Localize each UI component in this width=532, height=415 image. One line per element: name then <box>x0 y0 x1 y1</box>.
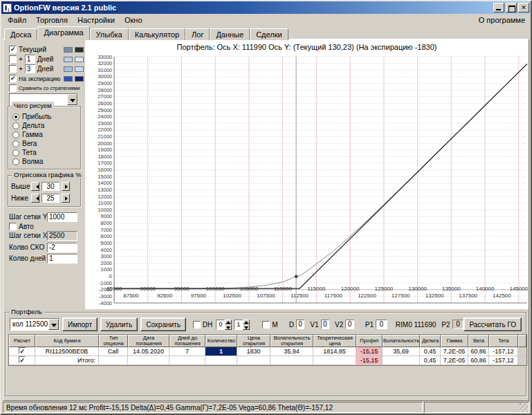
current-row: Текущий <box>9 45 84 54</box>
spin-up-icon[interactable] <box>243 320 250 325</box>
decrement-icon[interactable] <box>31 182 39 191</box>
radio-option[interactable]: Прибыль <box>8 112 80 121</box>
close-button[interactable] <box>518 3 529 12</box>
plus1-days-field[interactable]: 1 <box>25 55 35 64</box>
table-total-row[interactable]: Итого:-15,150,457,2E-0560,86-157,12 <box>9 356 526 365</box>
delete-button[interactable]: Удалить <box>100 317 138 331</box>
column-header[interactable]: Тета <box>489 335 518 347</box>
column-header[interactable]: Расчет <box>9 335 35 347</box>
column-header[interactable]: Код бумаги <box>35 335 99 347</box>
row-checkbox[interactable] <box>19 356 26 363</box>
v2-field[interactable]: 0 <box>345 320 354 329</box>
column-header[interactable]: Вега <box>468 335 489 347</box>
spin-up-icon[interactable] <box>225 320 232 325</box>
column-header[interactable]: Дельта <box>420 335 441 347</box>
days-field[interactable]: 1 <box>47 254 77 264</box>
dh-spinner-1[interactable]: 0 <box>216 320 232 330</box>
instrument-combo[interactable]: кол 112500 <box>10 318 59 331</box>
resize-grip[interactable] <box>520 403 529 412</box>
table-cell[interactable] <box>9 347 35 356</box>
column-header[interactable]: Профит <box>356 335 383 347</box>
plus3-days-field[interactable]: 3 <box>25 64 35 73</box>
grid-y-field[interactable]: 1000 <box>47 212 77 222</box>
column-header[interactable]: Волатильность <box>383 335 420 347</box>
menu-item[interactable]: Окно <box>120 15 147 26</box>
spin-down-icon[interactable] <box>243 324 250 330</box>
tab[interactable]: Данные <box>210 28 250 40</box>
about-link[interactable]: О программе <box>475 15 529 26</box>
m-checkbox[interactable] <box>262 321 270 329</box>
table-cell[interactable] <box>9 356 35 365</box>
compare-checkbox[interactable] <box>9 84 17 92</box>
column-header[interactable]: Теоретическая цена <box>313 335 356 347</box>
expiration-checkbox[interactable] <box>9 75 17 82</box>
auto-label: Авто <box>19 223 34 230</box>
v1-field[interactable]: 0 <box>321 320 329 329</box>
tab[interactable]: Улыбка <box>90 28 129 40</box>
sko-field[interactable]: -2 <box>47 243 77 252</box>
rim-label: RIM0 111690 <box>396 321 437 329</box>
table-cell: 1830 <box>237 347 270 356</box>
column-header[interactable]: Цена открытия <box>237 335 270 347</box>
column-header[interactable]: Дата погашения <box>128 335 169 347</box>
maximize-button[interactable] <box>506 3 517 12</box>
calc-go-button[interactable]: Рассчитать ГО <box>464 317 522 331</box>
svg-text:135000: 135000 <box>442 286 461 292</box>
save-button[interactable]: Сохранить <box>140 317 186 331</box>
tab[interactable]: Доска <box>4 28 37 40</box>
minimize-button[interactable] <box>493 3 504 12</box>
v2-label: V2 <box>335 321 343 329</box>
radio-icon <box>12 158 19 165</box>
menu-item[interactable]: Файл <box>3 15 31 26</box>
above-value-field[interactable]: 30 <box>42 182 59 191</box>
chart-canvas[interactable]: -4000-3000-2000-100001000200030004000500… <box>86 51 529 307</box>
table-scrollbar-column[interactable] <box>518 335 526 347</box>
menu-items: ФайлТорговляНастройкиОкно <box>3 15 147 26</box>
menu-item[interactable]: Настройки <box>73 15 120 26</box>
current-line <box>114 64 527 288</box>
title-bar[interactable]: OptionFW версия 2.1 public <box>1 1 531 14</box>
m-label: М <box>272 321 277 329</box>
column-header[interactable]: Гамма <box>441 335 468 347</box>
row-checkbox[interactable] <box>19 347 26 354</box>
chevron-down-icon[interactable] <box>48 319 59 330</box>
import-button[interactable]: Импорт <box>62 317 98 331</box>
dh-checkbox[interactable] <box>193 321 201 329</box>
radio-option[interactable]: Дельта <box>8 121 80 130</box>
tab[interactable]: Сделки <box>250 28 288 40</box>
menu-item[interactable]: Торговля <box>31 15 73 26</box>
grid-x-field[interactable]: 2500 <box>47 231 77 241</box>
column-header[interactable]: Тип опциона <box>99 335 128 347</box>
table-cell: 0,45 <box>420 347 441 356</box>
plus3-checkbox[interactable] <box>9 65 17 73</box>
radio-option[interactable]: Тета <box>8 148 80 157</box>
current-checkbox[interactable] <box>9 46 17 53</box>
menu-bar: ФайлТорговляНастройкиОкно О программе <box>1 14 531 26</box>
radio-option[interactable]: Волма <box>8 157 80 166</box>
tab[interactable]: Калькулятор <box>129 28 185 40</box>
increment-icon[interactable] <box>62 182 70 191</box>
tab[interactable]: Лог <box>185 28 210 40</box>
dh-spinner-2[interactable]: 1 <box>234 320 250 330</box>
radio-option[interactable]: Гамма <box>8 130 80 139</box>
render-group: Отрисовка графика % Выше 30 Ниже 25 <box>8 175 81 207</box>
plus1-swatch-1 <box>64 57 73 62</box>
below-value-field[interactable]: 25 <box>42 194 59 203</box>
radio-option[interactable]: Вега <box>8 139 80 148</box>
d-field[interactable]: 0 <box>296 320 304 329</box>
increment-icon[interactable] <box>62 194 70 203</box>
p2-field[interactable]: 0 <box>452 320 464 329</box>
svg-text:26000: 26000 <box>98 100 112 107</box>
plus1-checkbox[interactable] <box>9 55 17 63</box>
decrement-icon[interactable] <box>31 194 39 203</box>
table-row[interactable]: RI112500BE0BCall14.05.202071183035,94181… <box>9 347 526 356</box>
auto-checkbox[interactable] <box>9 223 17 230</box>
tab[interactable]: Диаграмма <box>37 26 89 40</box>
column-header[interactable]: Количество <box>205 335 237 347</box>
column-header[interactable]: Волатильность открытия <box>270 335 313 347</box>
chevron-down-icon[interactable] <box>67 94 77 105</box>
column-header[interactable]: Дней до погашения <box>169 335 205 347</box>
table-cell: 35,94 <box>270 347 313 356</box>
p1-field[interactable]: 0 <box>376 320 387 329</box>
spin-down-icon[interactable] <box>225 324 232 330</box>
